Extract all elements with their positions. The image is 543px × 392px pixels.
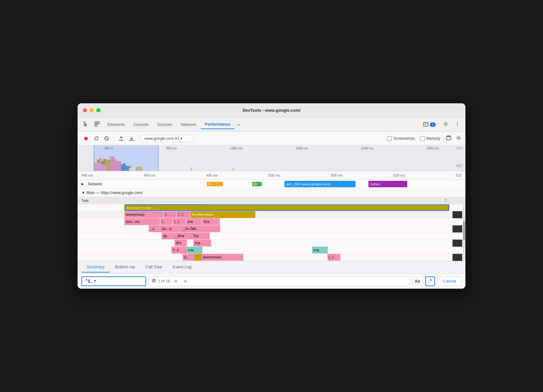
svg-rect-3 — [423, 122, 428, 126]
close-button[interactable] — [83, 108, 87, 112]
tab-menu-icon[interactable] — [452, 119, 463, 130]
svg-point-8 — [457, 123, 458, 124]
flame-row-6-content: Y...b e.ta e.ta — [78, 247, 465, 253]
cancel-button[interactable]: Cancel — [438, 276, 462, 286]
cell-eta2: e.ta — [312, 247, 328, 253]
cell-ans: (an...s) — [160, 225, 181, 232]
tab-summary[interactable]: Summary — [81, 262, 110, 273]
cell-xja: xja — [162, 232, 174, 239]
flame-row-7: G... (anonymous) (...) — [78, 254, 465, 261]
flame-row-5-content: dFa Xya — [78, 240, 465, 246]
svg-rect-1 — [98, 122, 100, 124]
eval-script-bar[interactable]: Evaluate Script — [124, 204, 449, 211]
toolbar-dump-icon[interactable] — [445, 135, 452, 141]
vertical-scrollbar[interactable] — [463, 204, 465, 261]
tab-inspector-icon[interactable] — [92, 119, 103, 130]
download-button[interactable] — [127, 134, 136, 143]
main-thread-header: ▼ Main — https://www.google.com/ — [78, 189, 465, 197]
search-input[interactable] — [81, 276, 146, 286]
flame-row-6: Y...b e.ta e.ta — [78, 247, 465, 254]
title-bar: DevTools - www.google.com/ — [78, 103, 465, 118]
svg-rect-14 — [447, 136, 450, 137]
svg-rect-2 — [95, 124, 97, 126]
clear-button[interactable] — [102, 134, 111, 143]
memory-toggle[interactable]: Memory — [420, 136, 440, 141]
task-label: Task — [81, 199, 89, 202]
cell-runmicrotasks: RunMicrotasks — [191, 211, 255, 218]
tab-call-tree[interactable]: Call Tree — [140, 262, 167, 273]
flame-row-2: (ano...us) (... (...) ana Gya — [78, 218, 465, 225]
network-bar-ge: ge — [252, 182, 262, 186]
notification-badge: 1 — [430, 122, 436, 127]
cell-xya: Xya — [193, 240, 211, 246]
flame-area: 485 ms 490 ms 495 ms 500 ms 505 ms 510 m… — [78, 171, 465, 261]
ruler-ticks: 485 ms 490 ms 495 ms 500 ms 505 ms 510 m… — [81, 173, 462, 177]
screenshots-checkbox[interactable] — [387, 136, 392, 141]
cpu-label: CPU — [456, 147, 463, 150]
svg-rect-31 — [233, 168, 234, 171]
screenshots-toggle[interactable]: Screenshots — [387, 136, 415, 141]
tick-505: 505 ms — [331, 173, 343, 177]
tab-network[interactable]: Network — [177, 120, 200, 129]
tab-bar: Elements Console Sources Network Perform… — [78, 118, 465, 132]
cell-gya: Gya — [202, 218, 220, 225]
scrollbar-thumb[interactable] — [463, 221, 465, 241]
minimize-button[interactable] — [90, 108, 94, 112]
devtools-window: DevTools - www.google.com/ Elements Cons… — [78, 103, 465, 289]
cell-dot4: (...) — [173, 218, 186, 225]
timeline-overview[interactable]: 490 m 990 ms 1490 ms 1990 ms 2490 ms 299… — [78, 145, 465, 171]
net-label: NET — [456, 164, 463, 168]
tick-510: 510 ms — [393, 173, 405, 177]
network-expand-arrow[interactable]: ▶ — [81, 182, 84, 186]
maximize-button[interactable] — [96, 108, 101, 112]
toolbar-sep-2 — [139, 135, 139, 142]
cell-dot2: (...) — [177, 211, 190, 218]
tab-performance[interactable]: Performance — [201, 120, 234, 129]
flame-row-3-content: _.x (an...s) _.lm.ZWa — [78, 225, 465, 232]
flame-row-0: Evaluate Script 27.79 ms (self 27 µs) Ev… — [78, 204, 465, 211]
record-button[interactable] — [81, 134, 90, 143]
memory-label-text: Memory — [426, 136, 440, 141]
flame-row-3: _.x (an...s) _.lm.ZWa — [78, 225, 465, 232]
timeline-selection[interactable] — [94, 145, 158, 171]
flame-row-7-content: G... (anonymous) (...) — [78, 254, 465, 261]
toolbar-settings-icon[interactable] — [456, 135, 462, 141]
tab-console[interactable]: Console — [129, 120, 153, 129]
tab-elements[interactable]: Elements — [103, 120, 129, 129]
cell-yb: Y...b — [171, 247, 187, 253]
tab-cursor-icon[interactable] — [80, 119, 91, 130]
main-thread-label: ▼ Main — https://www.google.com/ — [81, 191, 143, 195]
cell-dot5: (...) — [327, 254, 340, 261]
cell-anonymous: (anonymous) — [124, 211, 163, 218]
svg-point-15 — [458, 137, 460, 139]
network-bar-m: m... — [207, 182, 223, 186]
timeline-ruler: 485 ms 490 ms 495 ms 500 ms 505 ms 510 m… — [78, 171, 465, 180]
window-title: DevTools - www.google.com/ — [242, 108, 300, 113]
svg-rect-0 — [95, 122, 97, 124]
cell-anous: (ano...us) — [124, 218, 160, 225]
upload-button[interactable] — [117, 134, 126, 143]
tab-event-log[interactable]: Event Log — [167, 262, 197, 273]
match-case-button[interactable]: Aa — [412, 277, 423, 285]
cell-lmzwa: _.lm.ZWa — [181, 225, 220, 232]
cell-g: G... — [183, 254, 194, 261]
tab-notifications[interactable]: 1 — [419, 120, 440, 129]
tab-bottom-up[interactable]: Bottom-Up — [110, 262, 140, 273]
svg-point-7 — [457, 122, 458, 122]
search-down-button[interactable] — [182, 277, 189, 285]
cell-dot1: (... — [164, 211, 176, 218]
tab-settings-icon[interactable] — [440, 119, 451, 130]
regex-button[interactable]: .* — [425, 276, 435, 286]
url-selector[interactable]: www.google.com #1 ▾ — [142, 135, 193, 142]
search-clear-button[interactable] — [152, 278, 156, 284]
reload-button[interactable] — [92, 134, 101, 143]
flame-row-4-content: xja _.$ma Tya — [78, 232, 465, 239]
memory-checkbox[interactable] — [420, 136, 425, 141]
network-label: Network — [88, 182, 102, 186]
tab-more-icon[interactable]: » — [235, 120, 242, 129]
tick-495: 495 ms — [206, 173, 218, 177]
tab-sources[interactable]: Sources — [153, 120, 176, 129]
search-up-button[interactable] — [172, 277, 180, 285]
tick-490: 490 ms — [144, 173, 155, 177]
tick-515: 515 — [456, 173, 462, 177]
